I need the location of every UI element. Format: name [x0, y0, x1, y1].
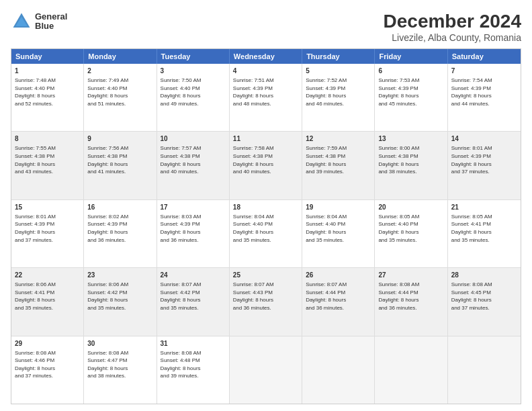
calendar-body: 1Sunrise: 7:48 AMSunset: 4:40 PMDaylight… — [11, 64, 521, 404]
calendar-header-cell: Tuesday — [157, 49, 230, 64]
calendar-cell: 22Sunrise: 8:06 AMSunset: 4:41 PMDayligh… — [11, 268, 84, 335]
day-number: 27 — [378, 271, 443, 280]
logo-text: General Blue — [35, 12, 67, 32]
day-number: 14 — [451, 134, 517, 144]
cell-text: Sunrise: 8:00 AMSunset: 4:38 PMDaylight:… — [378, 144, 443, 175]
calendar-cell: 8Sunrise: 7:55 AMSunset: 4:38 PMDaylight… — [11, 132, 84, 199]
calendar-cell: 15Sunrise: 8:01 AMSunset: 4:39 PMDayligh… — [11, 200, 84, 267]
cell-text: Sunrise: 8:08 AMSunset: 4:46 PMDaylight:… — [15, 349, 80, 380]
calendar-cell: 29Sunrise: 8:08 AMSunset: 4:46 PMDayligh… — [11, 336, 84, 404]
cell-text: Sunrise: 7:56 AMSunset: 4:38 PMDaylight:… — [87, 144, 152, 175]
cell-text: Sunrise: 7:59 AMSunset: 4:38 PMDaylight:… — [306, 144, 371, 175]
day-number: 7 — [451, 66, 517, 76]
day-number: 15 — [15, 203, 80, 212]
main-title: December 2024 — [384, 11, 521, 32]
calendar-cell: 10Sunrise: 7:57 AMSunset: 4:38 PMDayligh… — [157, 132, 230, 199]
calendar-header-cell: Monday — [84, 49, 157, 64]
calendar-header-cell: Wednesday — [230, 49, 302, 64]
day-number: 11 — [233, 134, 298, 144]
day-number: 30 — [87, 339, 152, 349]
day-number: 26 — [306, 271, 371, 280]
cell-text: Sunrise: 8:03 AMSunset: 4:39 PMDaylight:… — [161, 213, 226, 244]
page: General Blue December 2024 Livezile, Alb… — [0, 0, 532, 411]
day-number: 17 — [161, 203, 226, 212]
day-number: 21 — [451, 203, 517, 212]
calendar-cell: 20Sunrise: 8:05 AMSunset: 4:40 PMDayligh… — [375, 200, 447, 267]
cell-text: Sunrise: 7:48 AMSunset: 4:40 PMDaylight:… — [15, 77, 80, 107]
day-number: 1 — [15, 66, 80, 76]
calendar-cell: 26Sunrise: 8:07 AMSunset: 4:44 PMDayligh… — [302, 268, 375, 335]
logo-icon — [11, 11, 32, 32]
calendar-cell: 18Sunrise: 8:04 AMSunset: 4:40 PMDayligh… — [230, 200, 302, 267]
day-number: 12 — [306, 134, 371, 144]
day-number: 18 — [233, 203, 298, 212]
calendar-cell: 13Sunrise: 8:00 AMSunset: 4:38 PMDayligh… — [375, 132, 447, 199]
calendar-cell: 19Sunrise: 8:04 AMSunset: 4:40 PMDayligh… — [302, 200, 375, 267]
cell-text: Sunrise: 7:55 AMSunset: 4:38 PMDaylight:… — [15, 144, 80, 175]
calendar-cell: 16Sunrise: 8:02 AMSunset: 4:39 PMDayligh… — [84, 200, 157, 267]
calendar-header-cell: Friday — [375, 49, 447, 64]
day-number: 28 — [451, 271, 517, 280]
calendar-cell: 12Sunrise: 7:59 AMSunset: 4:38 PMDayligh… — [302, 132, 375, 199]
day-number: 20 — [378, 203, 443, 212]
calendar-row: 8Sunrise: 7:55 AMSunset: 4:38 PMDaylight… — [11, 131, 521, 199]
day-number: 10 — [161, 134, 226, 144]
logo-line2: Blue — [35, 21, 67, 31]
cell-text: Sunrise: 7:57 AMSunset: 4:38 PMDaylight:… — [161, 144, 226, 175]
calendar-cell: 21Sunrise: 8:05 AMSunset: 4:41 PMDayligh… — [448, 200, 521, 267]
subtitle: Livezile, Alba County, Romania — [384, 32, 521, 43]
cell-text: Sunrise: 8:08 AMSunset: 4:48 PMDaylight:… — [161, 349, 226, 380]
calendar-header: SundayMondayTuesdayWednesdayThursdayFrid… — [11, 49, 521, 64]
day-number: 5 — [306, 66, 371, 76]
cell-text: Sunrise: 7:49 AMSunset: 4:40 PMDaylight:… — [87, 77, 152, 107]
day-number: 3 — [161, 66, 226, 76]
calendar-cell: 4Sunrise: 7:51 AMSunset: 4:39 PMDaylight… — [230, 64, 302, 131]
calendar-cell — [302, 336, 375, 404]
calendar-row: 1Sunrise: 7:48 AMSunset: 4:40 PMDaylight… — [11, 64, 521, 131]
calendar-cell: 14Sunrise: 8:01 AMSunset: 4:39 PMDayligh… — [448, 132, 521, 199]
cell-text: Sunrise: 8:05 AMSunset: 4:41 PMDaylight:… — [451, 213, 517, 244]
calendar: SundayMondayTuesdayWednesdayThursdayFrid… — [11, 48, 521, 404]
day-number: 2 — [87, 66, 152, 76]
day-number: 29 — [15, 339, 80, 349]
cell-text: Sunrise: 8:07 AMSunset: 4:42 PMDaylight:… — [161, 281, 226, 312]
cell-text: Sunrise: 7:53 AMSunset: 4:39 PMDaylight:… — [378, 77, 443, 107]
calendar-row: 22Sunrise: 8:06 AMSunset: 4:41 PMDayligh… — [11, 267, 521, 335]
day-number: 9 — [87, 134, 152, 144]
day-number: 6 — [378, 66, 443, 76]
cell-text: Sunrise: 7:52 AMSunset: 4:39 PMDaylight:… — [306, 77, 371, 107]
calendar-cell: 9Sunrise: 7:56 AMSunset: 4:38 PMDaylight… — [84, 132, 157, 199]
logo: General Blue — [11, 11, 67, 32]
calendar-cell: 23Sunrise: 8:06 AMSunset: 4:42 PMDayligh… — [84, 268, 157, 335]
calendar-header-cell: Thursday — [302, 49, 375, 64]
calendar-cell — [375, 336, 447, 404]
day-number: 8 — [15, 134, 80, 144]
calendar-cell: 30Sunrise: 8:08 AMSunset: 4:47 PMDayligh… — [84, 336, 157, 404]
day-number: 25 — [233, 271, 298, 280]
cell-text: Sunrise: 8:04 AMSunset: 4:40 PMDaylight:… — [306, 213, 371, 244]
cell-text: Sunrise: 8:01 AMSunset: 4:39 PMDaylight:… — [15, 213, 80, 244]
calendar-row: 29Sunrise: 8:08 AMSunset: 4:46 PMDayligh… — [11, 336, 521, 404]
header: General Blue December 2024 Livezile, Alb… — [11, 11, 521, 43]
logo-line1: General — [35, 12, 67, 21]
cell-text: Sunrise: 7:51 AMSunset: 4:39 PMDaylight:… — [233, 77, 298, 107]
calendar-cell: 25Sunrise: 8:07 AMSunset: 4:43 PMDayligh… — [230, 268, 302, 335]
cell-text: Sunrise: 8:07 AMSunset: 4:44 PMDaylight:… — [306, 281, 371, 312]
calendar-cell — [230, 336, 302, 404]
calendar-header-cell: Saturday — [448, 49, 521, 64]
title-area: December 2024 Livezile, Alba County, Rom… — [384, 11, 521, 43]
cell-text: Sunrise: 8:08 AMSunset: 4:47 PMDaylight:… — [87, 349, 152, 380]
calendar-cell: 28Sunrise: 8:08 AMSunset: 4:45 PMDayligh… — [448, 268, 521, 335]
day-number: 23 — [87, 271, 152, 280]
day-number: 22 — [15, 271, 80, 280]
cell-text: Sunrise: 7:50 AMSunset: 4:40 PMDaylight:… — [161, 77, 226, 107]
calendar-cell: 17Sunrise: 8:03 AMSunset: 4:39 PMDayligh… — [157, 200, 230, 267]
calendar-cell: 3Sunrise: 7:50 AMSunset: 4:40 PMDaylight… — [157, 64, 230, 131]
day-number: 19 — [306, 203, 371, 212]
cell-text: Sunrise: 8:04 AMSunset: 4:40 PMDaylight:… — [233, 213, 298, 244]
day-number: 31 — [161, 339, 226, 349]
cell-text: Sunrise: 7:58 AMSunset: 4:38 PMDaylight:… — [233, 144, 298, 175]
cell-text: Sunrise: 8:07 AMSunset: 4:43 PMDaylight:… — [233, 281, 298, 312]
calendar-cell: 31Sunrise: 8:08 AMSunset: 4:48 PMDayligh… — [157, 336, 230, 404]
day-number: 4 — [233, 66, 298, 76]
